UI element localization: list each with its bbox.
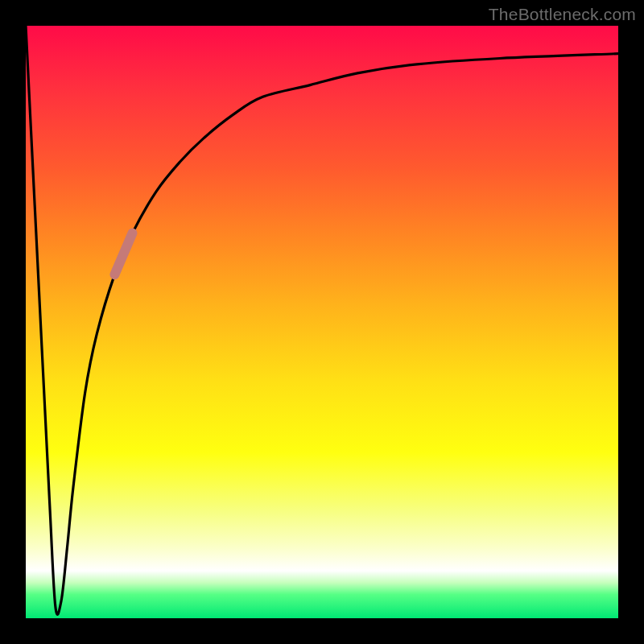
curve-layer (26, 26, 618, 618)
watermark-text: TheBottleneck.com (489, 5, 636, 24)
chart-frame: TheBottleneck.com (0, 0, 644, 644)
highlight-segment (114, 233, 132, 275)
bottleneck-curve (26, 26, 618, 614)
plot-area (26, 26, 618, 618)
